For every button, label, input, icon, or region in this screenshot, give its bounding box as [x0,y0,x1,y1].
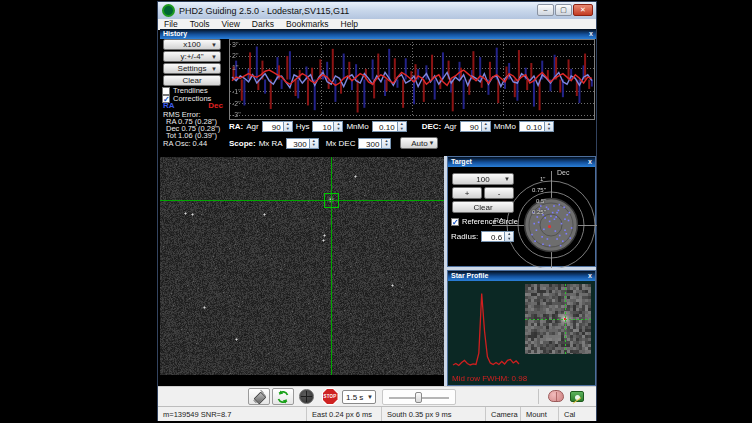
guide-params-row2: Scope: Mx RA 300▲▼ Mx DEC 300▲▼ Auto▼ [229,137,438,149]
max-ra-spinner[interactable]: ▲▼ [310,138,319,149]
minimize-button[interactable]: – [537,4,554,16]
target-clear-button[interactable]: Clear [452,201,514,213]
loop-exposure-button[interactable] [272,388,294,405]
toolbar: STOP 1.5 s▼ [158,386,596,407]
phd2-logo-icon [162,4,175,17]
chevron-down-icon: ▼ [367,394,373,400]
phd2-window: PHD2 Guiding 2.5.0 - Lodestar,SV115,G11 … [157,1,597,421]
status-south-correction: South 0.35 px 9 ms [382,407,486,421]
dec-legend-label: Dec [208,101,223,110]
ra-minmove-spinner[interactable]: ▲▼ [398,121,407,132]
exposure-dropdown[interactable]: 1.5 s▼ [342,390,376,404]
status-camera: Camera [486,407,521,421]
history-close-icon[interactable]: x [589,29,593,39]
status-bar: m=139549 SNR=8.7 East 0.24 px 6 ms South… [158,406,596,421]
ring-label-05: 0.5" [536,198,546,204]
chevron-down-icon: ▼ [504,176,510,182]
guide-target-icon [299,389,314,404]
status-cal: Cal [559,407,594,421]
star-thumbnail-canvas [525,284,591,354]
max-ra-input[interactable]: 300 [286,138,310,149]
gamma-slider[interactable] [382,389,456,405]
scope-param-label: Scope: [229,139,256,148]
dec-aggression-input[interactable]: 90 [460,121,482,132]
slider-thumb[interactable] [415,392,422,403]
loop-arrows-icon [276,390,290,404]
radius-spinner[interactable]: ▲▼ [505,231,514,242]
advanced-settings-brain-icon[interactable] [548,390,564,402]
reference-circle-label: Reference Circle [462,217,518,226]
guide-frame [160,157,444,386]
stop-button[interactable]: STOP [319,388,341,405]
camera-connect-icon [252,390,266,404]
target-zoom-out-button[interactable]: - [484,187,514,199]
target-title: Target [451,158,472,165]
dec-minmove-spinner[interactable]: ▲▼ [545,121,554,132]
chevron-down-icon: ▼ [211,54,217,60]
profile-caption[interactable]: Star Profile x [448,271,595,281]
history-yscale-dropdown[interactable]: y:+/-4"▼ [163,51,221,62]
fwhm-readout: Mid row FWHM: 0.98 [452,374,527,383]
ra-aggression-input[interactable]: 90 [262,121,284,132]
history-title: History [163,30,187,37]
target-close-icon[interactable]: x [588,157,592,167]
ra-aggression-spinner[interactable]: ▲▼ [284,121,293,132]
max-dec-input[interactable]: 300 [358,138,382,149]
target-panel: Target x 100▼ + - Clear ✓ Reference Circ… [447,156,596,267]
ra-hysteresis-input[interactable]: 10 [312,121,334,132]
dec-aggression-spinner[interactable]: ▲▼ [482,121,491,132]
profile-title: Star Profile [451,272,488,279]
radius-input[interactable]: 0.6 [481,231,505,242]
start-guiding-button[interactable] [295,388,317,405]
history-graph-canvas [229,39,595,120]
close-button[interactable]: ✕ [573,4,593,16]
history-panel: History x x100▼ y:+/-4"▼ Settings▼ Clear… [160,29,596,156]
target-zoom-dropdown[interactable]: 100▼ [452,173,514,185]
max-dec-spinner[interactable]: ▲▼ [382,138,391,149]
target-caption[interactable]: Target x [448,157,595,167]
graph-legend: RA Dec [163,101,223,110]
ring-label-1: 1" [540,176,545,182]
toolbar-divider [538,389,539,404]
dec-minmove-input[interactable]: 0.10 [519,121,545,132]
target-zoom-in-button[interactable]: + [452,187,482,199]
ring-label-075: 0.75" [532,187,546,193]
dec-param-label: DEC: [422,122,442,131]
status-mount: Mount [521,407,559,421]
guide-params-row1: RA: Agr 90▲▼ Hys 10▲▼ MnMo 0.10▲▼ DEC: A… [229,121,554,132]
reference-circle-row: ✓ Reference Circle [451,217,518,226]
history-length-dropdown[interactable]: x100▼ [163,39,221,50]
starfield-canvas[interactable] [160,157,444,375]
profile-close-icon[interactable]: x [588,271,592,281]
window-titlebar[interactable]: PHD2 Guiding 2.5.0 - Lodestar,SV115,G11 … [158,2,596,20]
window-title: PHD2 Guiding 2.5.0 - Lodestar,SV115,G11 [179,6,349,16]
ra-hysteresis-spinner[interactable]: ▲▼ [334,121,343,132]
chevron-down-icon: ▼ [211,42,217,48]
ra-osc-value: RA Osc: 0.44 [163,139,207,148]
radius-row: Radius: 0.6▲▼ [451,231,514,242]
dec-axis-label: Dec [557,169,569,176]
ra-axis-label: RA [494,217,504,224]
status-star-stats: m=139549 SNR=8.7 [158,407,307,421]
ra-minmove-input[interactable]: 0.10 [372,121,398,132]
history-clear-button[interactable]: Clear [163,75,221,86]
chevron-down-icon: ▼ [429,140,435,146]
dec-guide-mode-dropdown[interactable]: Auto▼ [400,137,438,149]
history-settings-dropdown[interactable]: Settings▼ [163,63,221,74]
ra-param-label: RA: [229,122,243,131]
history-caption[interactable]: History x [160,29,596,39]
ring-label-025: 0.25" [532,209,546,215]
reference-circle-checkbox[interactable]: ✓ [451,218,459,226]
stop-sign-icon: STOP [322,388,339,405]
star-profile-canvas [451,285,521,373]
camera-settings-icon[interactable] [570,391,584,402]
ra-legend-label: RA [163,101,175,110]
radius-label: Radius: [451,232,478,241]
star-profile-panel: Star Profile x Mid row FWHM: 0.98 [447,270,596,386]
chevron-down-icon: ▼ [211,66,217,72]
connect-equipment-button[interactable] [248,388,270,405]
desktop: PHD2 Guiding 2.5.0 - Lodestar,SV115,G11 … [0,0,752,423]
status-east-correction: East 0.24 px 6 ms [307,407,382,421]
maximize-button[interactable]: ▢ [555,4,572,16]
